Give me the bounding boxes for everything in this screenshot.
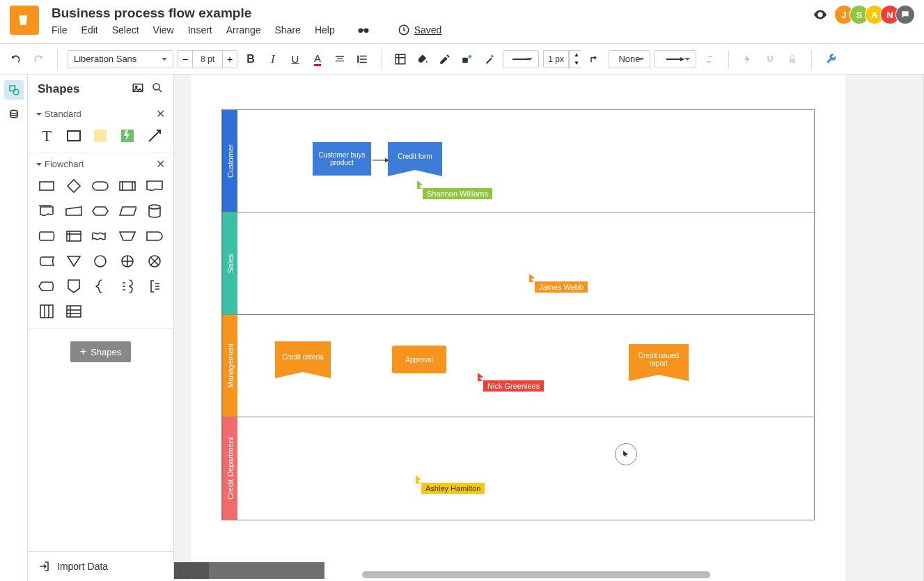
saved-status[interactable]: Saved bbox=[398, 24, 442, 36]
import-data[interactable]: Import Data bbox=[28, 551, 173, 581]
note-shape[interactable] bbox=[90, 126, 111, 146]
section-flowchart[interactable]: Flowchart bbox=[45, 159, 84, 169]
text-color-icon[interactable]: A bbox=[308, 50, 327, 68]
connector-circle[interactable] bbox=[615, 443, 637, 465]
line-end-select[interactable] bbox=[655, 50, 696, 68]
shape-approval[interactable]: Approval bbox=[392, 346, 446, 373]
lane-label-customer[interactable]: Customer bbox=[222, 110, 237, 212]
underline-icon[interactable]: U bbox=[286, 50, 304, 68]
fill-icon[interactable] bbox=[414, 50, 432, 68]
line-width-down[interactable]: ▼ bbox=[570, 59, 584, 68]
menu-select[interactable]: Select bbox=[112, 24, 139, 36]
shape-credit-criteria[interactable]: Credit criteria bbox=[275, 341, 331, 372]
menu-share[interactable]: Share bbox=[275, 24, 301, 36]
line-start-select[interactable]: None bbox=[609, 50, 650, 68]
fc-or[interactable] bbox=[117, 251, 139, 271]
fc-preparation[interactable] bbox=[90, 201, 111, 221]
lane-label-sales[interactable]: Sales bbox=[222, 212, 237, 314]
line-width-value[interactable]: 1 px bbox=[544, 51, 569, 68]
bolt-icon[interactable] bbox=[739, 50, 757, 68]
fc-directdata[interactable] bbox=[36, 226, 58, 246]
canvas[interactable]: Customer Customer buys product Credit fo… bbox=[174, 75, 924, 581]
border-color-icon[interactable] bbox=[436, 50, 454, 68]
shapes-tab[interactable] bbox=[4, 80, 24, 100]
fc-bracel[interactable] bbox=[117, 277, 139, 296]
shape-customer-buys[interactable]: Customer buys product bbox=[313, 142, 371, 176]
align-icon[interactable] bbox=[331, 50, 349, 68]
lock-icon[interactable] bbox=[783, 50, 801, 68]
visibility-icon[interactable] bbox=[813, 7, 828, 22]
lane-label-management[interactable]: Management bbox=[222, 315, 237, 417]
fc-connector[interactable] bbox=[90, 251, 111, 271]
magic-icon[interactable] bbox=[480, 50, 499, 68]
menu-view[interactable]: View bbox=[153, 24, 174, 36]
indent-icon[interactable] bbox=[353, 50, 371, 68]
menu-edit[interactable]: Edit bbox=[81, 24, 98, 36]
horizontal-scrollbar[interactable] bbox=[174, 571, 909, 578]
fc-manualinput[interactable] bbox=[63, 201, 85, 221]
redo-icon[interactable] bbox=[29, 50, 47, 68]
font-size-increase[interactable]: + bbox=[223, 51, 237, 68]
lane-label-creditdept[interactable]: Credit Department bbox=[222, 417, 237, 520]
shape-credit-form[interactable]: Credit form bbox=[388, 142, 442, 170]
text-shape[interactable]: T bbox=[36, 126, 58, 146]
menu-file[interactable]: File bbox=[52, 24, 68, 36]
search-icon[interactable] bbox=[151, 82, 164, 96]
fc-storeddata[interactable] bbox=[36, 251, 58, 271]
italic-icon[interactable]: I bbox=[264, 50, 282, 68]
page[interactable]: Customer Customer buys product Credit fo… bbox=[191, 75, 845, 581]
close-icon[interactable]: ✕ bbox=[156, 157, 165, 171]
fc-terminator[interactable] bbox=[90, 176, 111, 196]
line-width-up[interactable]: ▲ bbox=[570, 51, 584, 59]
container-icon[interactable] bbox=[391, 50, 409, 68]
image-icon[interactable] bbox=[132, 82, 144, 96]
binoculars-icon[interactable] bbox=[356, 22, 371, 38]
swimlane-container[interactable]: Customer Customer buys product Credit fo… bbox=[221, 109, 815, 520]
fc-sumjunc[interactable] bbox=[143, 251, 165, 271]
document-title[interactable]: Business process flow example bbox=[52, 6, 441, 21]
fc-note[interactable] bbox=[143, 277, 165, 296]
rect-shape[interactable] bbox=[63, 126, 85, 146]
data-tab[interactable] bbox=[4, 105, 24, 125]
fc-predef[interactable] bbox=[117, 176, 139, 196]
shapes-add-button[interactable]: +Shapes bbox=[70, 341, 131, 362]
undo-icon[interactable] bbox=[7, 50, 25, 68]
fc-delay[interactable] bbox=[143, 226, 165, 246]
section-standard[interactable]: Standard bbox=[45, 109, 81, 119]
fc-display[interactable] bbox=[36, 277, 58, 296]
font-size-decrease[interactable]: − bbox=[178, 51, 192, 68]
fc-swimv[interactable] bbox=[36, 302, 58, 321]
bold-icon[interactable]: B bbox=[242, 50, 260, 68]
link-shape-icon[interactable] bbox=[458, 50, 476, 68]
menu-help[interactable]: Help bbox=[315, 24, 335, 36]
line-bend-icon[interactable] bbox=[586, 50, 604, 68]
magnet-icon[interactable] bbox=[761, 50, 779, 68]
fc-manualop[interactable] bbox=[117, 226, 139, 246]
close-icon[interactable]: ✕ bbox=[156, 107, 165, 121]
fc-process[interactable] bbox=[36, 176, 58, 196]
logo[interactable] bbox=[10, 6, 39, 35]
fc-merge[interactable] bbox=[63, 251, 85, 271]
svg-rect-5 bbox=[462, 57, 468, 63]
arrow-shape[interactable] bbox=[143, 126, 165, 146]
swap-arrow-icon[interactable] bbox=[700, 50, 719, 68]
fc-swimh[interactable] bbox=[63, 302, 85, 321]
font-family-select[interactable]: Liberation Sans bbox=[68, 50, 173, 68]
fc-internalstorage[interactable] bbox=[63, 226, 85, 246]
line-style-select[interactable] bbox=[503, 50, 539, 68]
fc-database[interactable] bbox=[143, 201, 165, 221]
fc-offpage[interactable] bbox=[63, 277, 85, 296]
wrench-icon[interactable] bbox=[822, 50, 840, 68]
fc-tape[interactable] bbox=[90, 226, 111, 246]
shape-credit-issued[interactable]: Credit issued report bbox=[629, 344, 689, 375]
fc-doc[interactable] bbox=[143, 176, 165, 196]
font-size-value[interactable]: 8 pt bbox=[192, 51, 223, 68]
menu-insert[interactable]: Insert bbox=[188, 24, 212, 36]
fc-data[interactable] bbox=[117, 201, 139, 221]
comment-icon[interactable] bbox=[896, 6, 914, 24]
block-shape[interactable] bbox=[117, 126, 139, 146]
menu-arrange[interactable]: Arrange bbox=[226, 24, 261, 36]
fc-decision[interactable] bbox=[63, 176, 85, 196]
fc-bracer[interactable] bbox=[90, 277, 111, 296]
fc-multidoc[interactable] bbox=[36, 201, 58, 221]
